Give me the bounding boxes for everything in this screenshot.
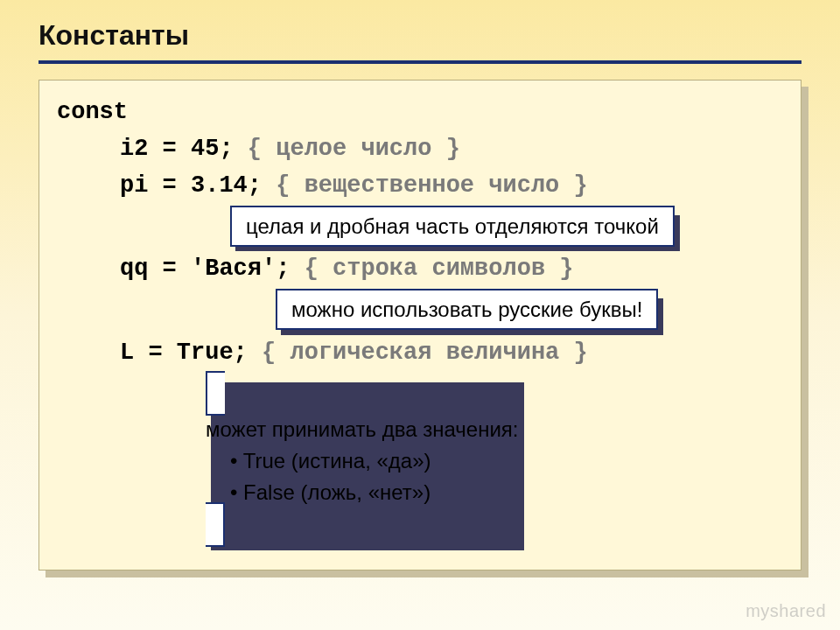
code-i2: i2 = 45; xyxy=(120,136,234,162)
note-bool-true: True (истина, «да») xyxy=(206,445,519,477)
note-row-bool: может принимать два значения: True (исти… xyxy=(57,377,783,545)
slide-title: Константы xyxy=(38,19,802,57)
comment-bool: { логическая величина } xyxy=(262,340,588,366)
note-bool-false: False (ложь, «нет») xyxy=(206,477,519,508)
comment-string: { строка символов } xyxy=(304,256,574,282)
code-panel: const i2 = 45; { целое число } pi = 3.14… xyxy=(38,80,802,570)
note-russian: можно использовать русские буквы! xyxy=(276,289,658,330)
code-line-l: L = True; { логическая величина } xyxy=(57,335,783,372)
code-l: L = True; xyxy=(120,340,248,366)
code-line-i2: i2 = 45; { целое число } xyxy=(57,131,783,168)
note-shadow: можно использовать русские буквы! xyxy=(276,293,658,330)
note-row-decimal: целая и дробная часть отделяются точкой xyxy=(57,210,783,247)
title-underline xyxy=(38,60,802,64)
comment-real: { вещественное число } xyxy=(276,172,587,199)
code-keyword-const: const xyxy=(57,99,128,125)
code-line-pi: pi = 3.14; { вещественное число } xyxy=(57,168,783,205)
note-bool-intro: может принимать два значения: xyxy=(206,414,519,445)
note-shadow: может принимать два значения: True (исти… xyxy=(206,377,519,545)
code-qq: qq = 'Вася'; xyxy=(120,256,290,282)
note-decimal: целая и дробная часть отделяются точкой xyxy=(230,206,675,247)
note-bool: может принимать два значения: True (исти… xyxy=(206,371,519,547)
comment-int: { целое число } xyxy=(248,136,460,162)
note-shadow: целая и дробная часть отделяются точкой xyxy=(230,210,675,247)
code-line-qq: qq = 'Вася'; { строка символов } xyxy=(57,251,783,288)
note-row-russian: можно использовать русские буквы! xyxy=(57,293,783,330)
code-panel-shadow: const i2 = 45; { целое число } pi = 3.14… xyxy=(38,80,802,570)
slide: Константы const i2 = 45; { целое число }… xyxy=(0,0,840,630)
code-pi: pi = 3.14; xyxy=(120,172,262,199)
